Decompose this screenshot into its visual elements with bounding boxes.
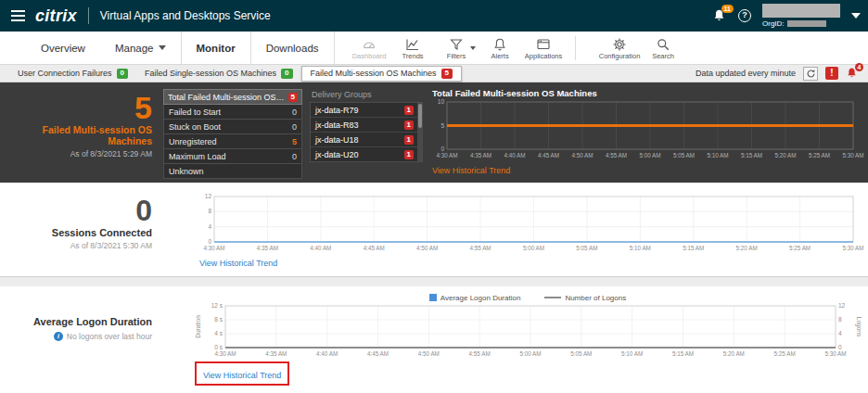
sessions-chart: 048124:30 AM4:35 AM4:40 AM4:45 AM4:50 AM… <box>199 194 861 253</box>
svg-text:5:30 AM: 5:30 AM <box>824 350 846 357</box>
topbar-right: 11 ? OrgID: <box>712 4 868 28</box>
toolbar-item[interactable]: Configuration <box>598 35 642 60</box>
svg-text:10: 10 <box>438 98 445 105</box>
delivery-group-row[interactable]: jx-data-U18 1 <box>311 133 422 147</box>
svg-text:5:30 AM: 5:30 AM <box>842 245 863 251</box>
toolbar-item-label: Search <box>642 52 685 60</box>
failure-dropdown-selected: Total Failed Multi-session OS Ma... <box>168 93 285 102</box>
failure-breakdown-row[interactable]: Stuck on Boot 0 <box>163 120 302 134</box>
svg-text:5:10 AM: 5:10 AM <box>621 350 643 357</box>
toolbar-left: Dashboard Trends Filters <box>348 32 566 64</box>
critical-alert-icon[interactable]: ! <box>825 67 838 80</box>
sessions-connected-panel: 0 Sessions Connected As of 8/3/2021 5:30… <box>0 183 868 277</box>
count-badge: 5 <box>441 69 453 79</box>
failure-breakdown-label: Unregistered <box>169 137 217 146</box>
applications-icon <box>536 37 551 52</box>
nav-tab[interactable]: Downloads <box>250 32 334 64</box>
delivery-group-row[interactable]: jx-data-R79 1 <box>311 103 422 118</box>
failure-dropdown-header[interactable]: Total Failed Multi-session OS Ma... 5 <box>163 89 302 105</box>
help-icon[interactable]: ? <box>738 9 751 22</box>
svg-text:4: 4 <box>838 330 842 336</box>
svg-text:Duration: Duration <box>195 315 201 338</box>
nav-tab-label: Downloads <box>266 43 319 54</box>
filters-icon <box>449 37 464 52</box>
svg-text:0: 0 <box>440 146 444 152</box>
toolbar-item[interactable]: Trends <box>391 35 435 60</box>
delivery-group-name: jx-data-U20 <box>315 150 359 159</box>
svg-text:5:05 AM: 5:05 AM <box>570 350 592 357</box>
logon-title: Average Logon Duration <box>0 316 152 327</box>
svg-text:0 s: 0 s <box>214 344 223 350</box>
scrollbar-track[interactable] <box>417 103 422 161</box>
filter-chip-label: Failed Single-session OS Machines <box>145 69 276 78</box>
filter-chip-bar: User Connection Failures 0 Failed Single… <box>0 65 868 82</box>
filter-chip[interactable]: User Connection Failures 0 <box>9 67 136 81</box>
svg-text:4:50 AM: 4:50 AM <box>418 350 440 357</box>
notifications-bell-icon[interactable]: 11 <box>712 8 727 23</box>
svg-text:12: 12 <box>838 302 846 309</box>
dashboard-icon <box>362 37 377 52</box>
svg-text:0: 0 <box>838 344 842 350</box>
failure-dropdown-badge: 5 <box>288 93 298 102</box>
nav-tabs: Overview Manage Monitor Downloads <box>26 32 334 64</box>
delivery-groups-header: Delivery Groups <box>310 89 423 102</box>
alerts-bell-icon[interactable]: 4 <box>846 67 859 80</box>
delivery-group-row[interactable]: jx-data-U20 1 <box>311 147 422 161</box>
view-historical-trend-link[interactable]: View Historical Trend <box>199 259 277 268</box>
nav-tab-label: Overview <box>41 43 85 54</box>
failure-breakdown-row[interactable]: Maximum Load 0 <box>163 149 302 164</box>
failure-breakdown-row[interactable]: Unknown <box>163 164 302 179</box>
failure-breakdown-row[interactable]: Unregistered 5 <box>163 134 302 149</box>
delivery-groups-list: jx-data-R79 1 jx-data-R83 1 jx-data-U18 … <box>310 102 423 162</box>
scrollbar-thumb[interactable] <box>418 104 422 128</box>
nav-tab[interactable]: Manage <box>100 32 181 64</box>
org-id-label: OrgID: <box>762 19 785 28</box>
count-badge: 0 <box>117 69 128 79</box>
toolbar-item[interactable]: Search <box>642 35 685 60</box>
view-historical-trend-link[interactable]: View Historical Trend <box>203 371 281 380</box>
sessions-title: Sessions Connected <box>0 227 152 238</box>
filter-chip[interactable]: Failed Single-session OS Machines 0 <box>136 67 301 81</box>
svg-text:4:45 AM: 4:45 AM <box>538 152 559 158</box>
failure-category-dropdown: Total Failed Multi-session OS Ma... 5 Fa… <box>163 89 302 183</box>
info-icon: i <box>54 332 63 341</box>
svg-text:5:15 AM: 5:15 AM <box>672 350 694 357</box>
account-chevron-down-icon[interactable] <box>851 13 861 19</box>
divider <box>575 36 576 60</box>
alert-count-badge: 4 <box>855 63 863 71</box>
toolbar-item[interactable]: Dashboard <box>348 35 391 60</box>
svg-text:8 s: 8 s <box>214 316 223 323</box>
toolbar-item-label: Trends <box>391 52 435 60</box>
trends-icon <box>405 37 420 52</box>
failure-breakdown-value: 0 <box>292 152 297 161</box>
citrix-logo: citrix <box>35 6 77 26</box>
filter-chip[interactable]: Failed Multi-session OS Machines 5 <box>301 66 463 82</box>
svg-text:5:25 AM: 5:25 AM <box>774 350 796 357</box>
legend-label: Number of Logons <box>565 294 626 302</box>
hamburger-menu-icon[interactable] <box>0 0 35 32</box>
delivery-group-count-badge: 1 <box>404 150 414 159</box>
view-historical-trend-link[interactable]: View Historical Trend <box>432 166 510 175</box>
nav-tab[interactable]: Monitor <box>181 32 250 64</box>
logon-chart-area: Average Logon Duration Number of Logons … <box>195 292 861 393</box>
citrix-monitor-dashboard: citrix Virtual Apps and Desktops Service… <box>0 0 868 393</box>
top-bar: citrix Virtual Apps and Desktops Service… <box>0 0 868 32</box>
nav-tab-label: Manage <box>115 43 154 54</box>
failure-breakdown-list: Failed to Start 0 Stuck on Boot 0 Unregi… <box>163 105 302 179</box>
toolbar-item[interactable]: Filters <box>435 35 479 60</box>
failure-breakdown-row[interactable]: Failed to Start 0 <box>163 105 302 120</box>
svg-text:4:35 AM: 4:35 AM <box>470 152 491 158</box>
svg-text:12 s: 12 s <box>211 302 223 309</box>
svg-text:4:30 AM: 4:30 AM <box>203 245 224 251</box>
nav-tab[interactable]: Overview <box>26 32 100 64</box>
refresh-icon[interactable] <box>803 67 818 81</box>
svg-text:5:25 AM: 5:25 AM <box>789 245 811 251</box>
toolbar-item[interactable]: Alerts <box>479 35 522 60</box>
svg-text:4:40 AM: 4:40 AM <box>310 245 331 251</box>
toolbar-item[interactable]: Applications <box>522 35 566 60</box>
sessions-chart-area: 048124:30 AM4:35 AM4:40 AM4:45 AM4:50 AM… <box>199 194 861 276</box>
delivery-group-name: jx-data-R83 <box>315 120 359 130</box>
svg-text:5:20 AM: 5:20 AM <box>736 245 758 251</box>
svg-text:4:50 AM: 4:50 AM <box>571 152 593 158</box>
delivery-group-row[interactable]: jx-data-R83 1 <box>311 118 422 133</box>
